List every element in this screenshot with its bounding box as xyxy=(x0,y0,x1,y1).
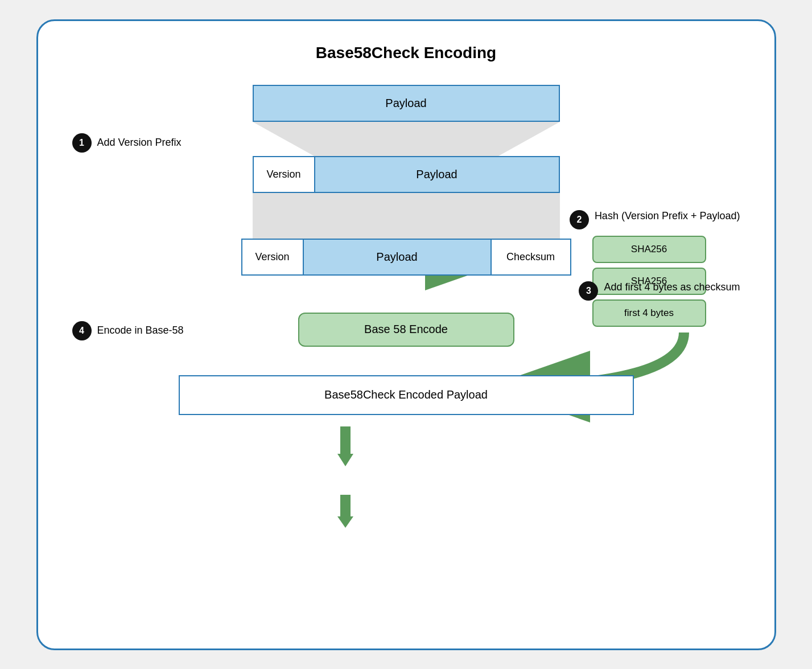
base58-encode-box: Base 58 Encode xyxy=(298,313,514,347)
payload-top-box: Payload xyxy=(253,85,560,122)
svg-marker-2 xyxy=(337,454,353,466)
step-3-circle: 3 xyxy=(579,281,598,301)
step-2-circle: 2 xyxy=(570,210,589,229)
payload-box-2: Payload xyxy=(304,239,492,276)
step-1-text: Add Version Prefix xyxy=(97,137,182,149)
vert-spacer xyxy=(405,276,407,310)
final-box-wrapper: Base58Check Encoded Payload xyxy=(179,375,634,415)
step-4-circle: 4 xyxy=(72,321,92,340)
step-2-text: Hash (Version Prefix + Payload) xyxy=(595,210,740,222)
version-box-2: Version xyxy=(241,239,304,276)
version-box-1: Version xyxy=(253,156,315,193)
checksum-box: Checksum xyxy=(492,239,571,276)
gray-spacer xyxy=(253,193,560,239)
main-layout: Payload 1 Add Version Prefix Version Pay… xyxy=(72,85,740,620)
sha256-box-1: SHA256 xyxy=(592,236,706,263)
svg-marker-4 xyxy=(253,122,560,156)
trapezoid-connector xyxy=(253,122,560,158)
base58-encode-wrapper: Base 58 Encode xyxy=(298,313,514,347)
payload-top-wrapper: Payload xyxy=(253,85,560,122)
payload-mid-box: Payload xyxy=(315,156,560,193)
step-3-text: Add first 4 bytes as checksum xyxy=(604,281,740,293)
step-4-text: Encode in Base-58 xyxy=(97,325,184,336)
step-3-label: 3 Add first 4 bytes as checksum xyxy=(579,281,740,301)
step-1-circle: 1 xyxy=(72,133,92,153)
diagram-container: Base58Check Encoding xyxy=(36,19,776,650)
version-payload-row: Version Payload xyxy=(253,156,560,193)
svg-marker-3 xyxy=(337,516,353,528)
step-2-label: 2 Hash (Version Prefix + Payload) xyxy=(570,210,740,229)
diagram-title: Base58Check Encoding xyxy=(72,44,740,62)
first4bytes-box: first 4 bytes xyxy=(592,299,706,327)
final-output-box: Base58Check Encoded Payload xyxy=(179,375,634,415)
vpc-row: Version Payload Checksum xyxy=(241,239,571,276)
step-1-label: 1 Add Version Prefix xyxy=(72,133,182,153)
step-4-label: 4 Encode in Base-58 xyxy=(72,321,184,340)
